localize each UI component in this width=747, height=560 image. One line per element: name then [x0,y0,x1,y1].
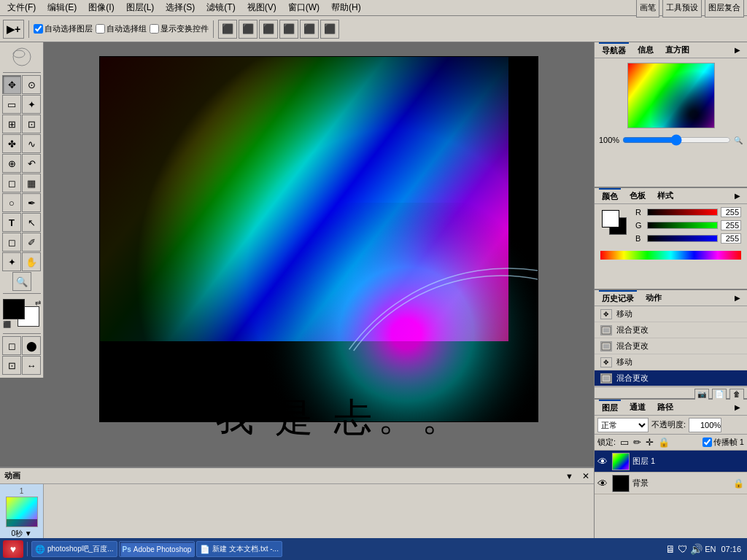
move-tool-button[interactable]: ▶+ [3,20,24,39]
green-value-input[interactable] [721,220,741,230]
green-slider-track[interactable] [647,222,718,229]
brush-tool[interactable]: ∿ [22,134,41,153]
animation-frame-1[interactable]: 1 0秒 ▼ [0,484,44,542]
layer-row-0[interactable]: 👁图层 1 [595,451,747,472]
opacity-input[interactable] [689,418,721,432]
align-center-btn[interactable]: ⬛ [300,20,319,39]
history-item-1[interactable]: 混合更改 [595,322,747,338]
eyedropper-tool[interactable]: ✦ [2,252,21,271]
layers-tab[interactable]: 图层 [599,400,621,415]
hand-tool[interactable]: ✋ [22,252,41,271]
stamp-tool[interactable]: ⊕ [2,154,21,173]
align-left-btn[interactable]: ⬛ [279,20,298,39]
crop-tool[interactable]: ⊞ [2,114,21,133]
screen-mode-btn[interactable]: ⊡ [2,356,21,375]
animation-minimize-btn[interactable]: ▼ [565,472,573,481]
layer-row-1[interactable]: 👁背景🔒 [595,472,747,494]
swap-colors-button[interactable]: ⇄ [35,299,41,307]
paths-tab[interactable]: 路径 [654,400,676,414]
align-middle-btn[interactable]: ⬛ [239,20,258,39]
tray-sound-icon[interactable]: 🔊 [690,543,703,555]
history-item-0[interactable]: ✥移动 [595,306,747,322]
main-canvas[interactable] [100,57,538,421]
lock-position-btn[interactable]: ✛ [646,437,654,448]
align-bottom-btn[interactable]: ⬛ [259,20,278,39]
path-selection-tool[interactable]: ↖ [22,213,41,232]
propagate-checkbox[interactable] [703,438,712,447]
color-spectrum-bar[interactable] [600,251,741,260]
history-tab[interactable]: 历史记录 [599,290,637,306]
menu-layer[interactable]: 图层(L) [122,0,159,15]
lock-all-btn[interactable]: 🔒 [658,437,670,448]
animation-close-btn[interactable]: ✕ [582,471,589,481]
delete-state-btn[interactable]: 🗑 [729,389,744,400]
tray-security-icon[interactable]: 🛡 [678,543,688,555]
align-top-btn[interactable]: ⬛ [218,20,237,39]
blue-value-input[interactable] [721,233,741,244]
history-brush-tool[interactable]: ↶ [22,154,41,173]
taskbar-start-button[interactable]: ♥ [3,540,23,558]
type-tool[interactable]: T [2,213,21,232]
info-tab[interactable]: 信息 [635,43,657,57]
history-item-2[interactable]: 混合更改 [595,338,747,354]
red-value-input[interactable] [721,207,741,217]
auto-select-layer-checkbox[interactable]: 自动选择图层 [34,23,93,34]
taskbar-item-notepad[interactable]: 📄 新建 文本文档.txt -... [196,541,282,557]
tray-network-icon[interactable]: 🖥 [665,543,676,555]
new-snapshot-btn[interactable]: 📷 [694,389,709,400]
align-right-btn[interactable]: ⬛ [320,20,339,39]
navigator-options-btn[interactable]: ▶ [732,45,743,55]
history-item-4[interactable]: 混合更改 [595,370,747,386]
tool-preset-tab[interactable]: 工具预设 [662,0,702,18]
show-transform-checkbox[interactable]: 显示变换控件 [150,23,209,34]
zoom-tool[interactable]: 🔍 [12,272,31,291]
menu-filter[interactable]: 滤镜(T) [202,0,239,15]
dodge-tool[interactable]: ○ [2,193,21,212]
eraser-tool[interactable]: ◻ [2,174,21,192]
taskbar-item-photoshop[interactable]: Ps Adobe Photoshop [119,541,196,557]
brush-panel-tab[interactable]: 画笔 [636,0,659,18]
actions-tab[interactable]: 动作 [643,291,665,305]
quickmask-mode-btn[interactable]: ⬤ [22,336,41,355]
navigator-tab[interactable]: 导航器 [599,42,629,58]
menu-select[interactable]: 选择(S) [161,0,199,15]
histogram-tab[interactable]: 直方图 [662,43,692,57]
color-options-btn[interactable]: ▶ [732,191,743,201]
swatches-tab[interactable]: 色板 [627,189,649,203]
menu-window[interactable]: 窗口(W) [284,0,324,15]
foreground-color-swatch[interactable] [3,299,25,319]
gradient-tool[interactable]: ▦ [22,174,41,192]
default-colors-button[interactable]: ⬛ [3,321,11,328]
menu-help[interactable]: 帮助(H) [327,0,365,15]
menu-image[interactable]: 图像(I) [84,0,118,15]
new-document-btn[interactable]: 📄 [712,389,727,400]
taskbar-item-ie[interactable]: 🌐 photoshop吧_百度... [31,541,117,557]
healing-brush-tool[interactable]: ✤ [2,134,21,153]
history-options-btn[interactable]: ▶ [732,293,743,303]
color-tab[interactable]: 颜色 [599,188,621,203]
shape-tool[interactable]: ◻ [2,233,21,252]
magic-wand-tool[interactable]: ✦ [22,95,41,114]
tray-ime-icon[interactable]: EN [705,545,716,553]
layer-visibility-1[interactable]: 👁 [597,478,609,489]
pen-tool[interactable]: ✒ [22,193,41,212]
notes-tool[interactable]: ✐ [22,233,41,252]
screen-mode-btn2[interactable]: ↔ [22,356,41,375]
blend-mode-select[interactable]: 正常 溶解 正片叠底 [597,418,649,432]
red-slider-track[interactable] [647,209,718,216]
navigator-zoom-slider[interactable] [622,134,731,146]
move-tool[interactable]: ✥ [2,75,21,94]
layers-options-btn[interactable]: ▶ [732,402,743,413]
lasso-tool[interactable]: ⊙ [22,75,41,94]
lock-transparent-btn[interactable]: ▭ [620,437,629,448]
layer-visibility-0[interactable]: 👁 [597,456,609,467]
slice-tool[interactable]: ⊡ [22,114,41,133]
standard-mode-btn[interactable]: ◻ [2,336,21,355]
fg-color-swatch[interactable] [602,210,619,228]
menu-edit[interactable]: 编辑(E) [43,0,81,15]
history-item-3[interactable]: ✥移动 [595,354,747,370]
menu-view[interactable]: 视图(V) [243,0,281,15]
lock-image-btn[interactable]: ✏ [633,437,641,448]
channels-tab[interactable]: 通道 [627,400,649,414]
menu-file[interactable]: 文件(F) [3,0,40,15]
